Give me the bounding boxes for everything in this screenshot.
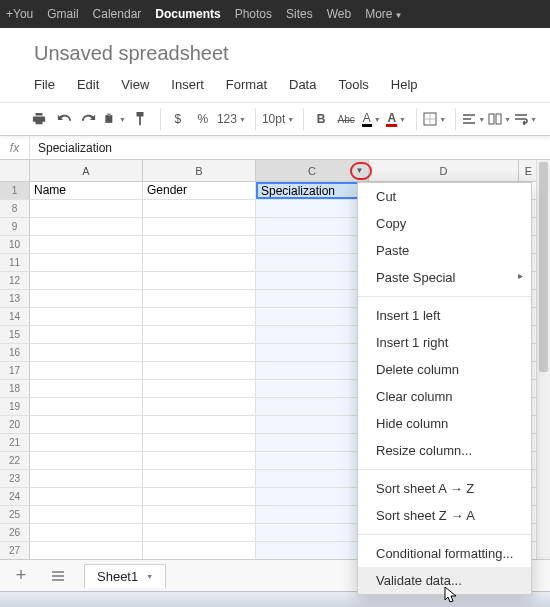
font-size-select[interactable]: 10pt▼ (262, 107, 294, 131)
cell[interactable] (256, 506, 369, 523)
add-sheet-button[interactable]: + (10, 564, 32, 588)
cell[interactable] (30, 344, 143, 361)
row-header[interactable]: 19 (0, 398, 30, 415)
menu-item-copy[interactable]: Copy (358, 210, 531, 237)
cell[interactable] (256, 488, 369, 505)
cell[interactable] (256, 470, 369, 487)
cell[interactable] (143, 506, 256, 523)
sheet-tab[interactable]: Sheet1 ▼ (84, 564, 166, 588)
column-header-c[interactable]: C ▼ (256, 160, 369, 181)
cell[interactable] (256, 362, 369, 379)
cell[interactable] (143, 416, 256, 433)
row-header[interactable]: 16 (0, 344, 30, 361)
cell[interactable] (30, 470, 143, 487)
cell[interactable] (30, 236, 143, 253)
cell[interactable] (256, 344, 369, 361)
cell[interactable] (256, 434, 369, 451)
fill-color-button[interactable]: A▼ (385, 107, 407, 131)
row-header[interactable]: 1 (0, 182, 30, 199)
cell[interactable] (256, 308, 369, 325)
row-header[interactable]: 11 (0, 254, 30, 271)
cell[interactable] (256, 452, 369, 469)
cell[interactable] (256, 290, 369, 307)
cell[interactable] (143, 380, 256, 397)
nav-sites[interactable]: Sites (286, 7, 313, 21)
menu-item-clear-column[interactable]: Clear column (358, 383, 531, 410)
column-header-d[interactable]: D (369, 160, 519, 181)
row-header[interactable]: 8 (0, 200, 30, 217)
cell[interactable] (256, 542, 369, 559)
cell[interactable] (256, 380, 369, 397)
cell[interactable] (256, 200, 369, 217)
menu-item-paste[interactable]: Paste (358, 237, 531, 264)
cell[interactable] (143, 290, 256, 307)
cell[interactable] (256, 524, 369, 541)
row-header[interactable]: 12 (0, 272, 30, 289)
cell[interactable] (143, 326, 256, 343)
cell[interactable] (143, 236, 256, 253)
cell[interactable] (256, 398, 369, 415)
cell[interactable]: Gender (143, 182, 256, 199)
column-header-a[interactable]: A (30, 160, 143, 181)
cell[interactable] (30, 506, 143, 523)
cell[interactable] (30, 290, 143, 307)
cell[interactable] (143, 488, 256, 505)
cell[interactable] (256, 416, 369, 433)
cell[interactable] (30, 452, 143, 469)
cell[interactable] (256, 254, 369, 271)
cell[interactable] (30, 434, 143, 451)
cell[interactable] (30, 308, 143, 325)
cell[interactable] (30, 218, 143, 235)
cell[interactable] (143, 434, 256, 451)
cell[interactable] (143, 398, 256, 415)
menu-item-hide-column[interactable]: Hide column (358, 410, 531, 437)
cell[interactable] (30, 254, 143, 271)
vertical-scrollbar[interactable] (536, 160, 550, 596)
nav-you[interactable]: +You (6, 7, 33, 21)
menu-item-sort-sheet-a-z[interactable]: Sort sheet A → Z (358, 475, 531, 502)
cell[interactable] (143, 272, 256, 289)
menu-item-cut[interactable]: Cut (358, 183, 531, 210)
undo-icon[interactable] (53, 107, 75, 131)
cell[interactable] (30, 200, 143, 217)
cell[interactable] (256, 326, 369, 343)
cell[interactable] (143, 470, 256, 487)
nav-photos[interactable]: Photos (235, 7, 272, 21)
format-currency[interactable]: $ (167, 107, 189, 131)
scrollbar-thumb[interactable] (539, 162, 548, 372)
cell[interactable] (143, 542, 256, 559)
strike-button[interactable]: Abc (335, 107, 357, 131)
row-header[interactable]: 14 (0, 308, 30, 325)
paint-format-icon[interactable] (129, 107, 151, 131)
menu-format[interactable]: Format (226, 77, 267, 92)
cell[interactable] (30, 542, 143, 559)
menu-item-paste-special[interactable]: Paste Special (358, 264, 531, 291)
row-header[interactable]: 21 (0, 434, 30, 451)
nav-gmail[interactable]: Gmail (47, 7, 78, 21)
cell[interactable] (143, 452, 256, 469)
cell[interactable] (143, 308, 256, 325)
nav-documents[interactable]: Documents (155, 7, 220, 21)
cell[interactable] (30, 416, 143, 433)
column-header-b[interactable]: B (143, 160, 256, 181)
row-header[interactable]: 24 (0, 488, 30, 505)
menu-view[interactable]: View (121, 77, 149, 92)
select-all-corner[interactable] (0, 160, 30, 181)
menu-file[interactable]: File (34, 77, 55, 92)
column-dropdown-icon[interactable]: ▼ (353, 164, 366, 177)
cell[interactable] (30, 488, 143, 505)
formula-input[interactable]: Specialization (30, 141, 112, 155)
nav-more[interactable]: More▼ (365, 7, 402, 21)
menu-item-resize-column[interactable]: Resize column... (358, 437, 531, 464)
menu-item-conditional-formatting[interactable]: Conditional formatting... (358, 540, 531, 567)
row-header[interactable]: 23 (0, 470, 30, 487)
cell[interactable]: Name (30, 182, 143, 199)
cell[interactable] (30, 272, 143, 289)
align-button[interactable]: ▼ (462, 107, 485, 131)
wrap-button[interactable]: ▼ (514, 107, 537, 131)
all-sheets-button[interactable] (47, 564, 69, 588)
cell[interactable] (143, 200, 256, 217)
format-percent[interactable]: % (192, 107, 214, 131)
paste-icon[interactable]: ▼ (103, 107, 126, 131)
row-header[interactable]: 25 (0, 506, 30, 523)
